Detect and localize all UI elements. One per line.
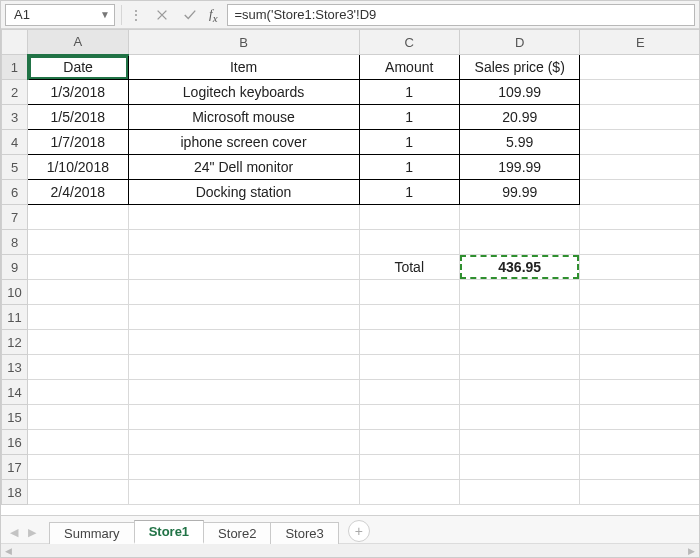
row-header[interactable]: 9 — [2, 255, 28, 280]
cell[interactable] — [359, 380, 459, 405]
cell[interactable] — [359, 330, 459, 355]
row-header[interactable]: 17 — [2, 455, 28, 480]
column-header-A[interactable]: A — [28, 30, 128, 55]
cell[interactable] — [459, 430, 580, 455]
cell[interactable] — [580, 130, 699, 155]
sheet-tab-summary[interactable]: Summary — [49, 522, 135, 544]
cell[interactable] — [28, 380, 128, 405]
cell[interactable] — [28, 430, 128, 455]
cell[interactable] — [128, 305, 359, 330]
cell[interactable] — [580, 455, 699, 480]
row-header[interactable]: 11 — [2, 305, 28, 330]
row-header[interactable]: 10 — [2, 280, 28, 305]
cell[interactable] — [359, 430, 459, 455]
cell[interactable] — [359, 405, 459, 430]
name-box[interactable]: A1 ▼ — [5, 4, 115, 26]
column-header-D[interactable]: D — [459, 30, 580, 55]
row-header[interactable]: 15 — [2, 405, 28, 430]
cell[interactable] — [359, 355, 459, 380]
cell[interactable] — [580, 430, 699, 455]
cell[interactable] — [459, 455, 580, 480]
cell[interactable] — [359, 280, 459, 305]
cell[interactable]: 1/3/2018 — [28, 80, 128, 105]
cell[interactable] — [128, 230, 359, 255]
cell[interactable]: Date — [28, 55, 128, 80]
row-header[interactable]: 12 — [2, 330, 28, 355]
cell[interactable] — [580, 305, 699, 330]
sheet-tab-store1[interactable]: Store1 — [134, 520, 204, 544]
cell[interactable] — [580, 255, 699, 280]
row-header[interactable]: 2 — [2, 80, 28, 105]
cell[interactable] — [459, 280, 580, 305]
cell[interactable] — [128, 205, 359, 230]
cell[interactable] — [459, 330, 580, 355]
row-header[interactable]: 16 — [2, 430, 28, 455]
cell[interactable] — [580, 405, 699, 430]
cell[interactable] — [359, 205, 459, 230]
cell[interactable] — [580, 280, 699, 305]
cell[interactable] — [359, 305, 459, 330]
cell[interactable]: 199.99 — [459, 155, 580, 180]
cell[interactable] — [28, 255, 128, 280]
cell[interactable] — [128, 430, 359, 455]
cell[interactable] — [28, 205, 128, 230]
fx-icon[interactable]: fx — [207, 6, 221, 24]
cell[interactable]: 1 — [359, 80, 459, 105]
cell[interactable] — [580, 155, 699, 180]
cell[interactable] — [128, 255, 359, 280]
cell[interactable]: Item — [128, 55, 359, 80]
cell[interactable] — [459, 230, 580, 255]
cell[interactable] — [580, 180, 699, 205]
row-header[interactable]: 14 — [2, 380, 28, 405]
new-sheet-button[interactable]: + — [348, 520, 370, 542]
cell[interactable] — [128, 380, 359, 405]
cell[interactable] — [128, 455, 359, 480]
cell[interactable]: Logitech keyboards — [128, 80, 359, 105]
total-value-cell[interactable]: 436.95 — [459, 255, 580, 280]
cell[interactable] — [128, 480, 359, 505]
cell[interactable]: 5.99 — [459, 130, 580, 155]
cell[interactable]: 1 — [359, 180, 459, 205]
cell[interactable] — [28, 305, 128, 330]
row-header[interactable]: 3 — [2, 105, 28, 130]
row-header[interactable]: 6 — [2, 180, 28, 205]
cell[interactable]: 1 — [359, 130, 459, 155]
row-header[interactable]: 4 — [2, 130, 28, 155]
chevron-down-icon[interactable]: ▼ — [100, 9, 110, 20]
cell[interactable] — [580, 55, 699, 80]
select-all-corner[interactable] — [2, 30, 28, 55]
formula-input[interactable]: =sum('Store1:Store3'!D9 — [227, 4, 695, 26]
cell[interactable] — [580, 480, 699, 505]
row-header[interactable]: 8 — [2, 230, 28, 255]
cell[interactable]: Docking station — [128, 180, 359, 205]
cell[interactable] — [28, 405, 128, 430]
drag-handle-icon[interactable]: ⋮ — [128, 8, 145, 22]
row-header[interactable]: 18 — [2, 480, 28, 505]
cell[interactable] — [459, 205, 580, 230]
cancel-formula-button[interactable] — [151, 5, 173, 25]
cell[interactable]: 20.99 — [459, 105, 580, 130]
cell[interactable] — [580, 355, 699, 380]
cell[interactable] — [28, 280, 128, 305]
cell[interactable] — [580, 80, 699, 105]
row-header[interactable]: 13 — [2, 355, 28, 380]
row-header[interactable]: 7 — [2, 205, 28, 230]
cell[interactable] — [459, 380, 580, 405]
cell[interactable] — [28, 355, 128, 380]
sheet-tab-store2[interactable]: Store2 — [203, 522, 271, 544]
cell[interactable]: Amount — [359, 55, 459, 80]
cell[interactable]: 1/7/2018 — [28, 130, 128, 155]
cell[interactable] — [28, 480, 128, 505]
cell[interactable]: 99.99 — [459, 180, 580, 205]
enter-formula-button[interactable] — [179, 5, 201, 25]
cell[interactable] — [580, 380, 699, 405]
tab-nav-next[interactable]: ▶ — [23, 521, 41, 543]
cell[interactable]: Sales price ($) — [459, 55, 580, 80]
column-header-B[interactable]: B — [128, 30, 359, 55]
cell[interactable] — [459, 405, 580, 430]
cell[interactable]: 109.99 — [459, 80, 580, 105]
cell[interactable] — [28, 330, 128, 355]
cell[interactable] — [128, 405, 359, 430]
row-header[interactable]: 1 — [2, 55, 28, 80]
cell[interactable] — [128, 330, 359, 355]
